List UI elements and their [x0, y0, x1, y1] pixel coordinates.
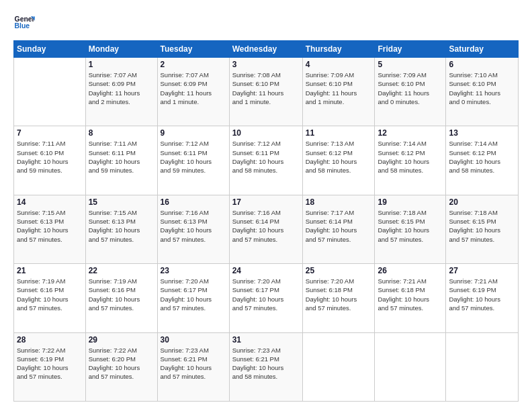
- day-number: 2: [161, 60, 226, 69]
- calendar-cell: [302, 332, 375, 401]
- day-number: 31: [232, 335, 300, 345]
- calendar-header-wednesday: Wednesday: [229, 41, 302, 58]
- calendar-cell: 18Sunrise: 7:17 AM Sunset: 6:14 PM Dayli…: [302, 195, 375, 263]
- calendar-cell: 9Sunrise: 7:12 AM Sunset: 6:11 PM Daylig…: [157, 126, 229, 195]
- day-number: 11: [306, 128, 372, 138]
- calendar-cell: 4Sunrise: 7:09 AM Sunset: 6:10 PM Daylig…: [302, 58, 375, 126]
- calendar-week-3: 14Sunrise: 7:15 AM Sunset: 6:13 PM Dayli…: [14, 195, 519, 263]
- day-info: Sunrise: 7:09 AM Sunset: 6:10 PM Dayligh…: [378, 71, 443, 106]
- calendar-header-row: SundayMondayTuesdayWednesdayThursdayFrid…: [14, 41, 519, 58]
- day-info: Sunrise: 7:23 AM Sunset: 6:21 PM Dayligh…: [161, 346, 226, 381]
- calendar-cell: 16Sunrise: 7:16 AM Sunset: 6:13 PM Dayli…: [157, 195, 229, 263]
- day-number: 8: [89, 128, 154, 138]
- day-info: Sunrise: 7:10 AM Sunset: 6:10 PM Dayligh…: [449, 71, 515, 106]
- day-info: Sunrise: 7:11 AM Sunset: 6:10 PM Dayligh…: [17, 139, 83, 175]
- calendar-cell: 30Sunrise: 7:23 AM Sunset: 6:21 PM Dayli…: [157, 332, 229, 401]
- day-info: Sunrise: 7:15 AM Sunset: 6:13 PM Dayligh…: [17, 208, 83, 244]
- calendar-cell: [375, 332, 446, 401]
- calendar-cell: 13Sunrise: 7:14 AM Sunset: 6:12 PM Dayli…: [446, 126, 519, 195]
- day-number: 17: [232, 197, 300, 207]
- day-info: Sunrise: 7:16 AM Sunset: 6:13 PM Dayligh…: [161, 208, 226, 244]
- day-number: 25: [306, 266, 372, 275]
- calendar-cell: 10Sunrise: 7:12 AM Sunset: 6:11 PM Dayli…: [229, 126, 302, 195]
- day-number: 5: [378, 60, 443, 69]
- calendar-cell: 27Sunrise: 7:21 AM Sunset: 6:19 PM Dayli…: [446, 264, 519, 332]
- day-number: 4: [306, 60, 372, 69]
- day-info: Sunrise: 7:17 AM Sunset: 6:14 PM Dayligh…: [306, 208, 372, 244]
- calendar-cell: 12Sunrise: 7:14 AM Sunset: 6:12 PM Dayli…: [375, 126, 446, 195]
- day-info: Sunrise: 7:21 AM Sunset: 6:18 PM Dayligh…: [378, 277, 443, 312]
- calendar-cell: 19Sunrise: 7:18 AM Sunset: 6:15 PM Dayli…: [375, 195, 446, 263]
- day-number: 1: [89, 60, 154, 69]
- day-info: Sunrise: 7:20 AM Sunset: 6:17 PM Dayligh…: [161, 277, 226, 312]
- day-number: 12: [378, 128, 443, 138]
- day-info: Sunrise: 7:16 AM Sunset: 6:14 PM Dayligh…: [232, 208, 300, 244]
- calendar-cell: 5Sunrise: 7:09 AM Sunset: 6:10 PM Daylig…: [375, 58, 446, 126]
- day-number: 13: [449, 128, 515, 138]
- calendar-cell: 20Sunrise: 7:18 AM Sunset: 6:15 PM Dayli…: [446, 195, 519, 263]
- day-number: 29: [89, 335, 154, 345]
- day-number: 28: [17, 335, 83, 345]
- calendar-cell: 14Sunrise: 7:15 AM Sunset: 6:13 PM Dayli…: [14, 195, 86, 263]
- calendar-header-saturday: Saturday: [446, 41, 519, 58]
- day-number: 21: [17, 266, 83, 275]
- calendar-cell: 11Sunrise: 7:13 AM Sunset: 6:12 PM Dayli…: [302, 126, 375, 195]
- day-number: 24: [232, 266, 300, 275]
- day-info: Sunrise: 7:20 AM Sunset: 6:17 PM Dayligh…: [232, 277, 300, 312]
- day-info: Sunrise: 7:19 AM Sunset: 6:16 PM Dayligh…: [89, 277, 154, 312]
- calendar-header-monday: Monday: [85, 41, 157, 58]
- calendar-cell: 7Sunrise: 7:11 AM Sunset: 6:10 PM Daylig…: [14, 126, 86, 195]
- day-info: Sunrise: 7:15 AM Sunset: 6:13 PM Dayligh…: [89, 208, 154, 244]
- day-info: Sunrise: 7:12 AM Sunset: 6:11 PM Dayligh…: [232, 139, 300, 175]
- day-info: Sunrise: 7:11 AM Sunset: 6:11 PM Dayligh…: [89, 139, 154, 175]
- header: General Blue: [13, 12, 519, 34]
- day-info: Sunrise: 7:18 AM Sunset: 6:15 PM Dayligh…: [449, 208, 515, 244]
- day-number: 16: [161, 197, 226, 207]
- calendar-table: SundayMondayTuesdayWednesdayThursdayFrid…: [13, 40, 519, 402]
- calendar-cell: 29Sunrise: 7:22 AM Sunset: 6:20 PM Dayli…: [85, 332, 157, 401]
- day-number: 22: [89, 266, 154, 275]
- calendar-cell: 25Sunrise: 7:20 AM Sunset: 6:18 PM Dayli…: [302, 264, 375, 332]
- day-info: Sunrise: 7:13 AM Sunset: 6:12 PM Dayligh…: [306, 139, 372, 175]
- day-info: Sunrise: 7:07 AM Sunset: 6:09 PM Dayligh…: [161, 71, 226, 106]
- day-number: 23: [161, 266, 226, 275]
- day-number: 3: [232, 60, 300, 69]
- day-number: 26: [378, 266, 443, 275]
- day-info: Sunrise: 7:22 AM Sunset: 6:19 PM Dayligh…: [17, 346, 83, 381]
- calendar-cell: [14, 58, 86, 126]
- day-info: Sunrise: 7:12 AM Sunset: 6:11 PM Dayligh…: [161, 139, 226, 175]
- calendar-cell: 31Sunrise: 7:23 AM Sunset: 6:21 PM Dayli…: [229, 332, 302, 401]
- calendar-cell: 24Sunrise: 7:20 AM Sunset: 6:17 PM Dayli…: [229, 264, 302, 332]
- day-number: 6: [449, 60, 515, 69]
- calendar-cell: 3Sunrise: 7:08 AM Sunset: 6:10 PM Daylig…: [229, 58, 302, 126]
- calendar-cell: 1Sunrise: 7:07 AM Sunset: 6:09 PM Daylig…: [85, 58, 157, 126]
- day-number: 9: [161, 128, 226, 138]
- logo-icon: General Blue: [13, 12, 35, 34]
- day-number: 15: [89, 197, 154, 207]
- calendar-header-tuesday: Tuesday: [157, 41, 229, 58]
- calendar-header-sunday: Sunday: [14, 41, 86, 58]
- day-number: 27: [449, 266, 515, 275]
- calendar-week-2: 7Sunrise: 7:11 AM Sunset: 6:10 PM Daylig…: [14, 126, 519, 195]
- day-number: 19: [378, 197, 443, 207]
- day-number: 14: [17, 197, 83, 207]
- day-info: Sunrise: 7:07 AM Sunset: 6:09 PM Dayligh…: [89, 71, 154, 106]
- day-number: 30: [161, 335, 226, 345]
- page: General Blue SundayMondayTuesdayWednesda…: [0, 0, 532, 411]
- calendar-week-5: 28Sunrise: 7:22 AM Sunset: 6:19 PM Dayli…: [14, 332, 519, 401]
- day-info: Sunrise: 7:18 AM Sunset: 6:15 PM Dayligh…: [378, 208, 443, 244]
- calendar-cell: 28Sunrise: 7:22 AM Sunset: 6:19 PM Dayli…: [14, 332, 86, 401]
- calendar-cell: 22Sunrise: 7:19 AM Sunset: 6:16 PM Dayli…: [85, 264, 157, 332]
- calendar-header-friday: Friday: [375, 41, 446, 58]
- day-info: Sunrise: 7:23 AM Sunset: 6:21 PM Dayligh…: [232, 346, 300, 381]
- day-number: 20: [449, 197, 515, 207]
- calendar-header-thursday: Thursday: [302, 41, 375, 58]
- calendar-cell: 17Sunrise: 7:16 AM Sunset: 6:14 PM Dayli…: [229, 195, 302, 263]
- calendar-week-4: 21Sunrise: 7:19 AM Sunset: 6:16 PM Dayli…: [14, 264, 519, 332]
- day-number: 10: [232, 128, 300, 138]
- calendar-cell: 26Sunrise: 7:21 AM Sunset: 6:18 PM Dayli…: [375, 264, 446, 332]
- day-number: 18: [306, 197, 372, 207]
- calendar-cell: 21Sunrise: 7:19 AM Sunset: 6:16 PM Dayli…: [14, 264, 86, 332]
- logo: General Blue: [13, 12, 35, 34]
- svg-text:Blue: Blue: [15, 22, 30, 30]
